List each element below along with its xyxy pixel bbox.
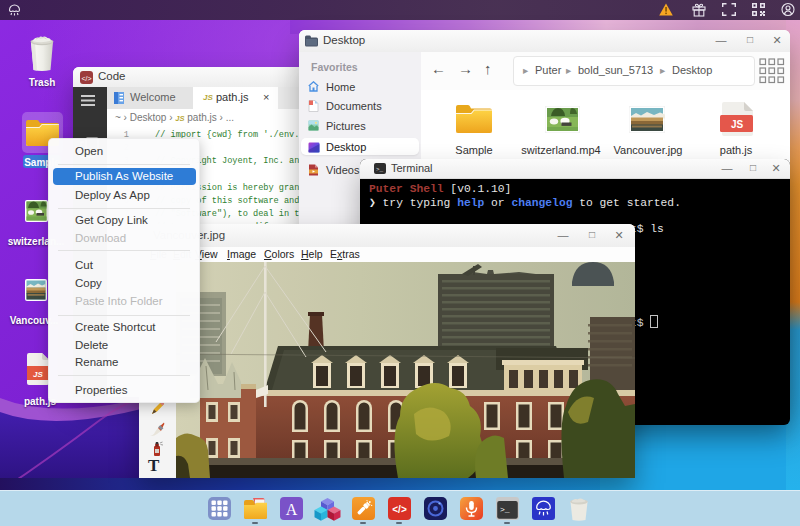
svg-text:</>: </> xyxy=(392,504,407,515)
svg-text:>_: >_ xyxy=(500,505,510,514)
svg-text:JS: JS xyxy=(33,370,43,379)
svg-text:JS: JS xyxy=(731,119,744,130)
svg-text:A: A xyxy=(286,501,298,518)
svg-text:</>: </> xyxy=(81,75,91,82)
svg-text:>_: >_ xyxy=(376,166,384,173)
